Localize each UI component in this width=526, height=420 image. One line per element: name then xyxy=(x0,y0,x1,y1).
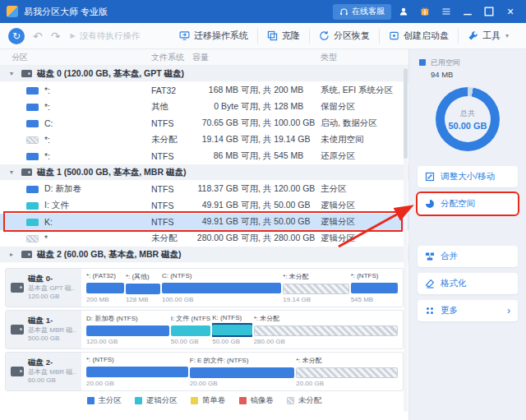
tools-action[interactable]: 工具▾ xyxy=(458,29,518,44)
boot-disk-action[interactable]: 创建启动盘 xyxy=(379,29,458,44)
partition-type: 还原分区 xyxy=(321,150,408,162)
capacity-value: 70.65 GB 可用, 共 100.00 GB xyxy=(192,118,321,129)
capacity-rest: 可用, 共 120.00 GB xyxy=(238,183,315,195)
close-button[interactable]: × xyxy=(501,3,519,20)
online-support-button[interactable]: 在线客服 xyxy=(333,4,391,20)
partition-block[interactable]: I: 文件 (NTFS)50.00 GB xyxy=(171,314,210,345)
disk-map-info[interactable]: 磁盘 0-基本盘 GPT 磁..120.00 GB xyxy=(6,269,81,307)
partition-block[interactable]: *: 未分配20.00 GB xyxy=(296,356,398,387)
partition-block[interactable]: *: (其他)128 MB xyxy=(126,272,160,303)
partition-block[interactable]: F: E 的文件: (NTFS)20.00 GB xyxy=(190,356,295,387)
disk-map-info[interactable]: 磁盘 2-基本盘 MBR 磁..60.00 GB xyxy=(6,353,81,390)
total-value: 50.00 GB xyxy=(448,121,487,131)
legend-swatch xyxy=(87,397,95,404)
tools-icon xyxy=(468,30,478,41)
partition-block-bar xyxy=(283,284,348,294)
disk-map: 磁盘 0-基本盘 GPT 磁..120.00 GB*: (FAT32)200 M… xyxy=(0,263,408,391)
file-system-value: NTFS xyxy=(151,118,192,128)
action-sidebar: 已用空间 94 MB 总共 50.00 GB 调整大小/移动分配空间合并格式化更… xyxy=(408,49,526,420)
legend-label: 逻辑分区 xyxy=(146,395,178,406)
partition-block[interactable]: *: (FAT32)200 MB xyxy=(86,272,124,303)
partition-cell: * xyxy=(12,233,151,243)
partition-type: 系统, EFI 系统分区 xyxy=(321,85,408,96)
disk-size: 60.00 GB xyxy=(28,376,76,385)
scrollbar-thumb[interactable] xyxy=(404,68,408,159)
capacity-rest: 可用, 共 19.14 GB xyxy=(238,134,311,145)
partition-color-icon xyxy=(26,153,39,160)
tools-label: 工具 xyxy=(482,30,501,42)
disk-name: 磁盘 0- xyxy=(28,274,75,284)
merge-button[interactable]: 合并 xyxy=(418,246,518,267)
partition-block-bar xyxy=(351,283,398,293)
partition-block[interactable]: C: (NTFS)100.00 GB xyxy=(162,272,281,303)
col-capacity: 容量 xyxy=(192,52,321,63)
capacity-free: 70.65 GB xyxy=(192,118,238,129)
maximize-button[interactable] xyxy=(480,3,498,20)
partition-row[interactable]: K:NTFS49.91 GB 可用, 共 50.00 GB逻辑分区 xyxy=(0,214,408,230)
allocate-space-icon xyxy=(425,199,435,209)
legend-swatch xyxy=(239,397,247,404)
disk-group-header[interactable]: ▾磁盘 1 (500.00 GB, 基本盘, MBR 磁盘) xyxy=(0,164,408,181)
partition-row[interactable]: *:FAT32168 MB 可用, 共 200 MB系统, EFI 系统分区 xyxy=(0,82,408,99)
partition-block[interactable]: K: (NTFS)50.00 GB xyxy=(212,314,251,345)
capacity-value: 280.00 GB 可用, 共 280.00 GB xyxy=(192,233,321,244)
partition-row[interactable]: D: 新加卷NTFS118.37 GB 可用, 共 120.00 GB主分区 xyxy=(0,181,408,197)
partition-color-icon xyxy=(26,136,39,144)
disk-map-info[interactable]: 磁盘 1-基本盘 MBR 磁..500.00 GB xyxy=(6,311,81,348)
partition-block[interactable]: *: 未分配280.00 GB xyxy=(254,314,398,345)
headset-icon xyxy=(339,7,348,16)
disk-info-text: 磁盘 2-基本盘 MBR 磁..60.00 GB xyxy=(28,358,76,385)
refresh-button[interactable]: ↻ xyxy=(8,28,25,44)
partition-cell: *: xyxy=(12,85,151,95)
partition-block[interactable]: D: 新加卷 (NTFS)120.00 GB xyxy=(86,314,169,345)
partition-block[interactable]: *: 未分配19.14 GB xyxy=(283,272,348,303)
disk-group-header[interactable]: ▸磁盘 2 (60.00 GB, 基本盘, MBR 磁盘) xyxy=(0,247,408,263)
col-type: 类型 xyxy=(321,52,408,63)
partition-name: D: 新加卷 xyxy=(44,183,81,195)
partition-row[interactable]: *:未分配19.14 GB 可用, 共 19.14 GB未使用空间 xyxy=(0,132,408,148)
undo-button[interactable]: ↶ xyxy=(33,30,43,42)
migrate-os-icon xyxy=(179,30,190,41)
account-icon[interactable] xyxy=(394,3,413,20)
clone-label: 克隆 xyxy=(282,30,300,42)
online-support-label: 在线客服 xyxy=(352,6,385,17)
partition-row[interactable]: I: 文件NTFS49.91 GB 可用, 共 50.00 GB逻辑分区 xyxy=(0,197,408,214)
disk-group-header[interactable]: ▾磁盘 0 (120.00 GB, 基本盘, GPT 磁盘) xyxy=(0,66,408,82)
allocate-space-button[interactable]: 分配空间 xyxy=(418,193,518,215)
disk-blocks: D: 新加卷 (NTFS)120.00 GBI: 文件 (NTFS)50.00 … xyxy=(81,311,403,348)
partition-recovery-action[interactable]: 分区恢复 xyxy=(309,29,379,44)
disk-blocks: *: (NTFS)20.00 GBF: E 的文件: (NTFS)20.00 G… xyxy=(81,353,403,390)
partition-block-label: *: (其他) xyxy=(126,272,160,281)
col-partition: 分区 xyxy=(12,52,151,63)
capacity-rest: 可用, 共 100.00 GB xyxy=(238,118,315,129)
disk-group-label: 磁盘 1 (500.00 GB, 基本盘, MBR 磁盘) xyxy=(37,167,186,178)
redo-button[interactable]: ↷ xyxy=(51,30,61,42)
partition-row[interactable]: *:其他0 Byte 可用, 共 128 MB保留分区 xyxy=(0,99,408,115)
partition-block[interactable]: *: (NTFS)20.00 GB xyxy=(86,356,188,387)
format-button[interactable]: 格式化 xyxy=(418,273,518,294)
execute-icon: ▶ xyxy=(70,32,75,39)
migrate-os-action[interactable]: 迁移操作系统 xyxy=(170,29,257,44)
partition-row[interactable]: *:NTFS86 MB 可用, 共 545 MB还原分区 xyxy=(0,148,408,164)
partition-type: 逻辑分区 xyxy=(321,233,408,244)
main-content: 分区 文件系统 容量 类型 ▾磁盘 0 (120.00 GB, 基本盘, GPT… xyxy=(0,49,526,420)
partition-row[interactable]: C:NTFS70.65 GB 可用, 共 100.00 GB启动, 数据分区 xyxy=(0,115,408,132)
sidebar-gap xyxy=(418,220,518,240)
partition-block[interactable]: *: (NTFS)545 MB xyxy=(351,272,398,303)
boot-disk-icon xyxy=(389,30,399,41)
clone-action[interactable]: 克隆 xyxy=(257,29,309,44)
resize-move-button[interactable]: 调整大小/移动 xyxy=(418,166,518,187)
partition-block-bar xyxy=(296,367,398,378)
format-label: 格式化 xyxy=(441,278,467,289)
partition-row[interactable]: *未分配280.00 GB 可用, 共 280.00 GB逻辑分区 xyxy=(0,230,408,247)
gift-icon[interactable] xyxy=(416,3,434,20)
more-button[interactable]: 更多› xyxy=(418,300,518,321)
capacity-value: 168 MB 可用, 共 200 MB xyxy=(192,85,321,96)
scrollbar[interactable] xyxy=(404,67,408,412)
partition-block-size: 200 MB xyxy=(86,296,124,303)
capacity-rest: 可用, 共 545 MB xyxy=(238,150,303,162)
minimize-button[interactable] xyxy=(459,3,477,20)
menu-icon[interactable] xyxy=(437,3,455,20)
partition-cell: I: 文件 xyxy=(12,200,151,211)
partition-block-label: D: 新加卷 (NTFS) xyxy=(86,314,169,323)
